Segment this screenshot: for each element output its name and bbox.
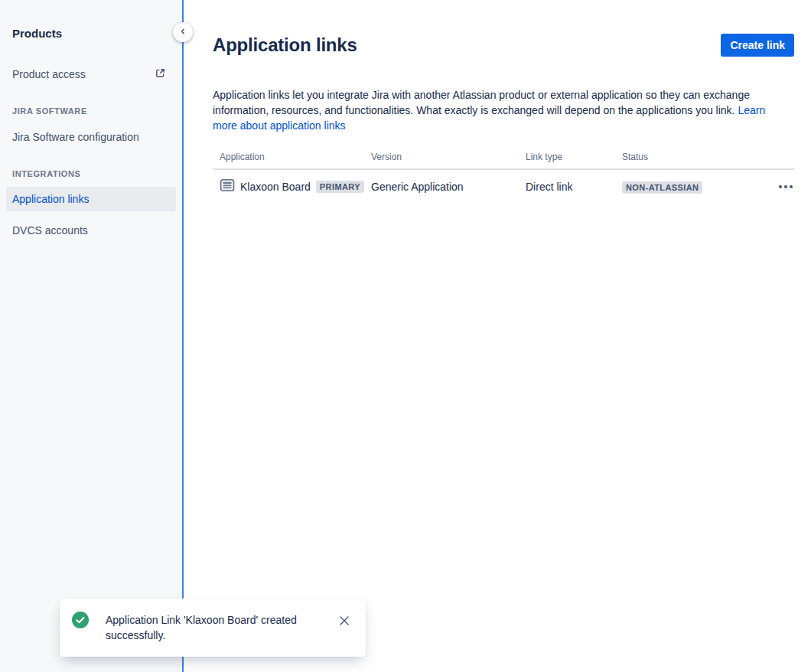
generic-application-icon (220, 178, 235, 196)
sidebar-item-dvcs-accounts[interactable]: DVCS accounts (12, 224, 88, 237)
application-links-page: Application links Create link Applicatio… (185, 0, 811, 672)
more-options-icon[interactable] (777, 181, 794, 193)
sidebar-item-jira-software-configuration[interactable]: Jira Software configuration (12, 131, 139, 143)
toast-message: Application Link 'Klaxoon Board' created… (106, 612, 311, 643)
page-description: Application links let you integrate Jira… (213, 87, 790, 133)
status-badge: NON-ATLASSIAN (622, 181, 702, 194)
sidebar-section-integrations: INTEGRATIONS (12, 169, 81, 178)
application-name: Klaxoon Board (240, 181, 311, 193)
table-header-row: Application Version Link type Status (213, 152, 794, 170)
application-links-table: Application Version Link type Status Kla… (213, 152, 794, 204)
success-toast: Application Link 'Klaxoon Board' created… (60, 599, 366, 657)
sidebar-item-product-access[interactable]: Product access (12, 68, 86, 80)
link-type-cell: Direct link (526, 181, 622, 193)
settings-sidebar: Products Product access JIRA SOFTWARE Ji… (0, 0, 184, 672)
sidebar-item-application-links[interactable]: Application links (6, 187, 176, 211)
version-cell: Generic Application (371, 181, 526, 193)
page-header: Application links Create link (213, 34, 794, 57)
primary-badge: PRIMARY (316, 181, 364, 193)
table-row: Klaxoon Board PRIMARY Generic Applicatio… (213, 170, 794, 204)
actions-cell (764, 181, 794, 193)
sidebar-collapse-button[interactable] (173, 22, 193, 42)
chevron-left-icon (178, 25, 187, 39)
column-header-version: Version (371, 152, 526, 162)
column-header-status: Status (622, 152, 764, 162)
create-link-button[interactable]: Create link (721, 34, 794, 57)
external-link-icon (155, 67, 166, 82)
page-title: Application links (213, 34, 357, 56)
success-check-icon (72, 612, 89, 631)
status-cell: NON-ATLASSIAN (622, 180, 764, 194)
close-icon[interactable] (337, 613, 352, 628)
sidebar-section-jira-software: JIRA SOFTWARE (12, 106, 87, 116)
column-header-link-type: Link type (526, 152, 622, 162)
column-header-application: Application (220, 152, 371, 162)
page-description-text: Application links let you integrate Jira… (213, 89, 750, 116)
application-cell: Klaxoon Board PRIMARY (220, 178, 371, 196)
sidebar-heading: Products (12, 27, 62, 40)
sidebar-item-application-links-label: Application links (6, 193, 89, 205)
